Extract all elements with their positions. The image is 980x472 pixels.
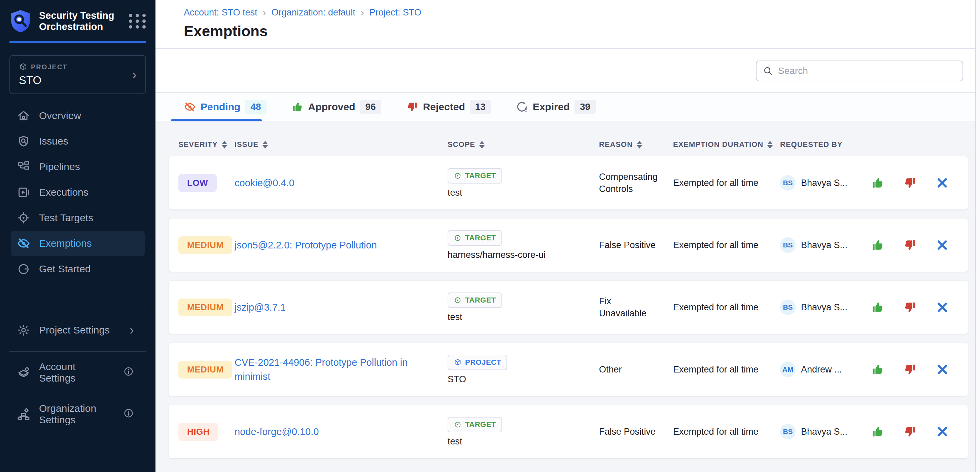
sidebar-item-project-settings[interactable]: Project Settings› (11, 317, 145, 343)
tab-expired[interactable]: Expired39 (516, 93, 596, 121)
column-header-reason[interactable]: REASON (599, 140, 673, 149)
tab-label: Expired (533, 101, 570, 112)
sort-icon[interactable] (767, 141, 773, 149)
sidebar-item-label: Executions (39, 187, 89, 198)
tab-label: Approved (308, 101, 355, 112)
sidebar-item-organization-settings[interactable]: Organization Settings (11, 401, 145, 427)
table-row[interactable]: MEDIUMjson5@2.2.0: Prototype PollutionTA… (169, 219, 968, 272)
sidebar-item-exemptions[interactable]: Exemptions (11, 231, 145, 256)
tab-count-badge: 48 (245, 100, 266, 114)
target-circle-icon (453, 172, 462, 180)
tabs-bar: Pending48Approved96Rejected13Expired39 (156, 93, 980, 121)
approve-button[interactable] (870, 238, 885, 252)
table-row[interactable]: HIGHnode-forge@0.10.0TARGETtestFalse Pos… (169, 405, 968, 458)
clock-expired-icon (516, 101, 528, 113)
requested-by-cell: BSBhavya S... (780, 299, 862, 315)
scope-type-label: TARGET (465, 234, 496, 242)
sidebar: Security Testing Orchestration PROJECT S… (0, 0, 156, 472)
info-icon (123, 366, 134, 377)
sort-icon[interactable] (637, 141, 642, 149)
sidebar-item-label: Issues (39, 135, 68, 147)
executions-icon (17, 185, 30, 199)
scope-cell: TARGETtest (448, 417, 599, 447)
column-header-scope[interactable]: SCOPE (448, 140, 599, 149)
column-header-requested-by: REQUESTED BY (780, 140, 862, 149)
column-header-label: REASON (599, 140, 633, 149)
info-icon (123, 408, 134, 418)
issue-link[interactable]: json5@2.2.0: Prototype Pollution (235, 238, 390, 252)
table-row[interactable]: MEDIUMCVE-2021-44906: Prototype Pollutio… (169, 343, 968, 396)
accent-divider (10, 41, 146, 43)
thumb-up-icon (871, 301, 885, 314)
severity-badge: MEDIUM (178, 299, 232, 316)
scope-type-label: TARGET (465, 171, 496, 180)
thumb-up-icon (291, 101, 304, 113)
column-header-severity[interactable]: SEVERITY (178, 140, 235, 149)
approve-button[interactable] (870, 424, 885, 439)
reason-cell: False Positive (599, 239, 673, 251)
cancel-button[interactable] (935, 300, 950, 315)
shield-search-icon (17, 135, 30, 148)
sidebar-item-test-targets[interactable]: Test Targets (11, 205, 145, 231)
sidebar-item-issues[interactable]: Issues (11, 128, 145, 154)
requested-by-cell: BSBhavya S... (780, 424, 862, 439)
sort-icon[interactable] (262, 141, 268, 149)
table-row[interactable]: LOWcookie@0.4.0TARGETtestCompensating Co… (169, 156, 968, 209)
sidebar-item-pipelines[interactable]: Pipelines (11, 154, 145, 179)
sidebar-item-label: Pipelines (39, 161, 80, 173)
issue-link[interactable]: cookie@0.4.0 (235, 176, 308, 190)
reject-button[interactable] (903, 362, 917, 377)
column-header-exemption-duration[interactable]: EXEMPTION DURATION (673, 140, 780, 149)
eye-off-icon (17, 237, 30, 250)
scope-name: test (448, 436, 462, 447)
reject-button[interactable] (903, 424, 917, 439)
project-selector-label: PROJECT (31, 63, 67, 71)
approve-button[interactable] (870, 362, 885, 377)
cancel-button[interactable] (935, 176, 950, 190)
breadcrumb-link[interactable]: Account: STO test (184, 7, 258, 18)
reject-button[interactable] (903, 238, 917, 252)
issue-link[interactable]: jszip@3.7.1 (235, 300, 299, 314)
tab-approved[interactable]: Approved96 (291, 93, 381, 121)
cancel-button[interactable] (935, 238, 950, 252)
column-header-label: REQUESTED BY (780, 140, 843, 149)
sidebar-item-get-started[interactable]: Get Started (11, 256, 145, 282)
reject-button[interactable] (903, 300, 917, 315)
vertical-scrollbar[interactable] (975, 0, 980, 472)
row-actions (862, 238, 968, 252)
search-box[interactable] (756, 60, 963, 81)
tab-rejected[interactable]: Rejected13 (406, 93, 491, 121)
sidebar-item-overview[interactable]: Overview (11, 103, 145, 128)
project-selector[interactable]: PROJECT STO › (10, 55, 146, 94)
sidebar-item-label: Project Settings (39, 325, 121, 336)
toolbar (156, 49, 980, 93)
app-switcher-grid-icon[interactable] (129, 13, 146, 30)
close-x-icon (935, 238, 949, 252)
duration-cell: Exempted for all time (673, 427, 780, 437)
sidebar-item-executions[interactable]: Executions (11, 179, 145, 205)
sidebar-item-account-settings[interactable]: Account Settings (11, 360, 145, 385)
approve-button[interactable] (870, 176, 885, 190)
cube-icon (453, 358, 462, 366)
search-input[interactable] (778, 65, 956, 76)
issue-cell: CVE-2021-44906: Prototype Pollution in m… (235, 355, 448, 383)
scope-name: test (448, 188, 462, 198)
requested-by-cell: BSBhavya S... (780, 238, 862, 253)
approve-button[interactable] (870, 300, 885, 315)
table-row[interactable]: MEDIUMjszip@3.7.1TARGETtestFix Unavailab… (169, 281, 968, 334)
sidebar-divider (10, 309, 146, 309)
column-header-issue[interactable]: ISSUE (235, 140, 448, 149)
reject-button[interactable] (903, 176, 917, 190)
issue-link[interactable]: CVE-2021-44906: Prototype Pollution in m… (235, 355, 448, 383)
cancel-button[interactable] (935, 424, 950, 439)
breadcrumb-link[interactable]: Project: STO (369, 7, 422, 18)
sort-icon[interactable] (222, 141, 227, 149)
thumb-down-icon (903, 301, 917, 314)
cancel-button[interactable] (935, 362, 950, 377)
column-header-label: EXEMPTION DURATION (673, 140, 763, 149)
tab-pending[interactable]: Pending48 (184, 93, 267, 121)
sort-icon[interactable] (479, 141, 485, 149)
issue-link[interactable]: node-forge@0.10.0 (235, 424, 332, 439)
breadcrumb-link[interactable]: Organization: default (272, 7, 355, 18)
row-actions (862, 300, 968, 315)
